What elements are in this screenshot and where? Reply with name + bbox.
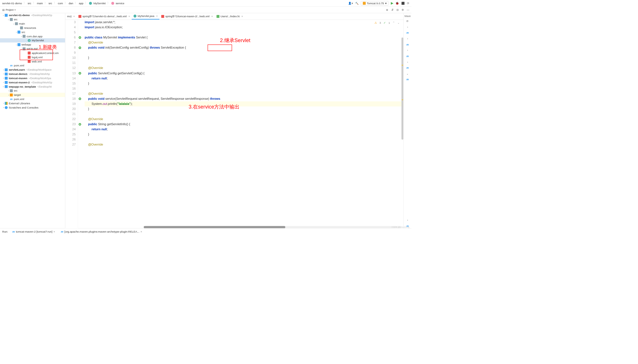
expand-arrow-icon[interactable]: › [2, 102, 5, 105]
project-label[interactable]: Project [6, 8, 14, 11]
code-line[interactable]: @Override [85, 142, 403, 147]
code-line[interactable]: @Override [85, 117, 403, 122]
line-number[interactable]: 14 [65, 76, 76, 81]
tree-external-libraries[interactable]: › External Libraries [0, 101, 65, 105]
expand-icon[interactable]: › [406, 25, 410, 29]
tree-file[interactable]: log4j.xml [0, 55, 65, 59]
line-number[interactable]: 11 [65, 60, 76, 66]
breadcrumb-item[interactable]: com [58, 2, 63, 5]
run-config-dropdown[interactable]: Tomcat 9.0.75 ▾ [361, 1, 389, 5]
line-number[interactable]: 25 [65, 132, 76, 137]
expand-icon[interactable]: › [406, 36, 410, 41]
line-number[interactable]: 8 [65, 45, 76, 50]
warning-icon[interactable]: ⚠ [374, 21, 377, 25]
warning-marker[interactable] [402, 99, 403, 100]
code-line[interactable]: System.out.println("lalalala"); [85, 101, 403, 107]
tree-folder[interactable]: resources [0, 26, 65, 30]
expand-arrow-icon[interactable]: ⌄ [12, 22, 15, 25]
breadcrumb-item[interactable]: dan [69, 2, 73, 5]
breadcrumb-item[interactable]: servlet-01-demo [2, 2, 22, 5]
line-number[interactable]: 22 [65, 117, 76, 122]
hide-icon[interactable]: — [407, 8, 409, 11]
code-line[interactable]: } [85, 81, 403, 86]
close-icon[interactable]: × [73, 15, 75, 18]
code-line[interactable] [85, 86, 403, 91]
line-number[interactable]: 6 [65, 35, 76, 40]
tree-file[interactable]: web.xml [0, 59, 65, 64]
expand-arrow-icon[interactable]: › [2, 106, 5, 109]
tree-file[interactable]: applicationContext.xm [0, 51, 65, 55]
expand-icon[interactable]: › [406, 60, 410, 64]
maven-icon[interactable]: m [406, 66, 410, 70]
code-line[interactable]: return null; [85, 76, 403, 81]
line-number-gutter[interactable]: 3456789101112131415161718192021222324252… [65, 20, 78, 228]
code-line[interactable]: import java.io.IOException; [85, 25, 403, 30]
line-number[interactable]: 17 [65, 91, 76, 96]
expand-icon[interactable]: ⇵ [391, 8, 394, 11]
code-content[interactable]: import javax.servlet.*;import java.io.IO… [83, 20, 404, 228]
code-line[interactable]: import javax.servlet.*; [85, 20, 403, 25]
editor-tab[interactable]: spring学习/servlet-01-demo/.../web.xml × [77, 13, 132, 20]
code-line[interactable]: @Override [85, 66, 403, 71]
expand-arrow-icon[interactable]: ⌄ [15, 31, 18, 33]
maven-icon[interactable]: m [406, 31, 410, 35]
line-number[interactable]: 16 [65, 86, 76, 91]
tree-scratches[interactable]: › Scratches and Consoles [0, 105, 65, 110]
stop-button[interactable]: ⬛ [401, 1, 405, 5]
expand-arrow-icon[interactable]: › [7, 94, 10, 96]
override-marker-icon[interactable] [79, 36, 81, 39]
settings-icon[interactable]: ⚙ [402, 8, 404, 11]
scrollbar-thumb[interactable] [144, 226, 285, 228]
tree-package[interactable]: ⌄ com.dan.app [0, 34, 65, 38]
line-number[interactable]: 24 [65, 127, 76, 132]
code-line[interactable]: return null; [85, 127, 403, 132]
line-number[interactable]: 10 [65, 55, 76, 60]
code-line[interactable]: public String getServletInfo() { [85, 122, 403, 127]
code-line[interactable] [85, 137, 403, 142]
line-number[interactable]: 26 [65, 137, 76, 142]
expand-icon[interactable]: › [406, 48, 410, 52]
collapse-icon[interactable]: ⊟ [396, 8, 399, 11]
check-icon[interactable]: ✓ [383, 21, 386, 25]
code-line[interactable]: public class MyServlet implements Servle… [85, 35, 403, 40]
nav-up-icon[interactable]: ⌃ [393, 21, 395, 25]
close-icon[interactable]: × [211, 15, 213, 18]
code-line[interactable] [85, 112, 403, 117]
line-number[interactable]: 4 [65, 25, 76, 30]
warning-marker[interactable] [402, 65, 403, 66]
code-line[interactable]: @Override [85, 91, 403, 96]
debug-button[interactable]: 🐞 [395, 1, 399, 5]
override-marker-icon[interactable] [79, 123, 81, 125]
tree-module[interactable]: › tomcat-maven-2 ~/Desktop/WorkSp [0, 80, 65, 84]
close-icon[interactable]: × [141, 230, 142, 233]
tree-file[interactable]: m pom.xml [0, 97, 65, 101]
code-line[interactable] [85, 50, 403, 55]
code-line[interactable]: public ServletConfig getServletConfig() … [85, 71, 403, 76]
tree-module[interactable]: › tomcat-maven ~/Desktop/WorkSpa [0, 76, 65, 80]
expand-arrow-icon[interactable]: › [7, 90, 10, 92]
maven-icon[interactable]: m [406, 54, 410, 58]
code-line[interactable]: } [85, 132, 403, 137]
expand-arrow-icon[interactable]: › [2, 69, 5, 71]
maven-icon[interactable]: m [406, 77, 410, 81]
line-number[interactable]: 21 [65, 112, 76, 117]
breadcrumb-item[interactable]: service [116, 2, 124, 5]
line-number[interactable]: 19 [65, 101, 76, 107]
line-number[interactable]: 3 [65, 20, 76, 25]
breadcrumb-item[interactable]: MyServlet [93, 2, 105, 5]
editor-tab[interactable]: mo) × [65, 13, 77, 20]
expand-arrow-icon[interactable]: › [2, 81, 5, 83]
expand-arrow-icon[interactable]: › [2, 73, 5, 75]
tree-folder[interactable]: ⌄ src [0, 17, 65, 21]
breadcrumb-item[interactable]: main [37, 2, 43, 5]
scrollbar-thumb[interactable] [402, 38, 403, 140]
nav-down-icon[interactable]: ⌄ [397, 21, 400, 25]
tree-module[interactable]: › servletLearn ~/Desktop/WorkSpace [0, 68, 65, 72]
tree-folder[interactable]: › src [0, 88, 65, 93]
expand-arrow-icon[interactable] [18, 27, 20, 29]
line-number[interactable]: 27 [65, 142, 76, 147]
run-tab[interactable]: m tomcat-maven-2 [tomcat7:run] × [11, 230, 56, 233]
expand-icon[interactable]: ⌄ [406, 72, 410, 76]
code-line[interactable]: public void init(ServletConfig servletCo… [85, 45, 403, 50]
close-icon[interactable]: × [242, 15, 243, 18]
